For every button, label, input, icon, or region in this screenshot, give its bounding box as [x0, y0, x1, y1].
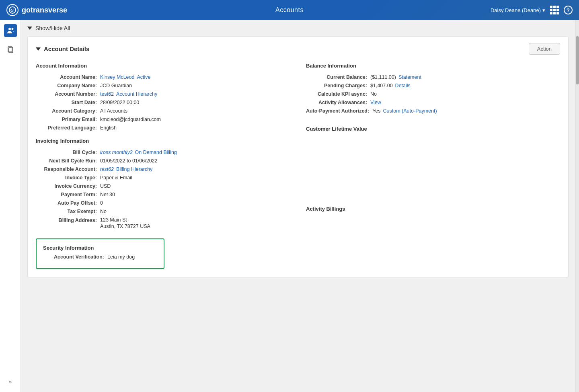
right-column: Balance Information Current Balance: ($1…	[306, 63, 560, 269]
billing-address-line2: Austin, TX 78727 USA	[100, 224, 150, 229]
field-account-number: Account Number: test62 Account Hierarchy	[36, 91, 290, 97]
field-pending-charges: Pending Charges: $1,407.00 Details	[306, 83, 560, 88]
invoice-currency-value: USD	[100, 183, 111, 189]
payment-term-value: Net 30	[100, 192, 115, 197]
statement-link[interactable]: Statement	[398, 74, 421, 80]
field-next-bill-cycle: Next Bill Cycle Run: 01/05/2022 to 01/06…	[36, 158, 290, 164]
toggle-arrow-icon	[27, 27, 32, 30]
field-payment-term: Payment Term: Net 30	[36, 192, 290, 197]
field-bill-cycle: Bill Cycle: iross monthly2 On Demand Bil…	[36, 150, 290, 155]
logo-text: gotransverse	[22, 6, 67, 14]
show-hide-toggle[interactable]: Show/Hide All	[27, 25, 569, 31]
action-button[interactable]: Action	[529, 43, 560, 55]
logo-icon: G	[6, 4, 18, 16]
security-information-box: Security Information Account Verificatio…	[36, 238, 164, 269]
current-balance-value: ($1,111.00)	[370, 74, 396, 80]
section-title: Account Details	[36, 45, 89, 52]
pending-charges-value: $1,407.00	[370, 83, 393, 88]
account-status-link[interactable]: Active	[137, 74, 150, 80]
dropdown-arrow: ▾	[542, 7, 545, 13]
account-name-link[interactable]: Kinsey McLeod	[100, 74, 134, 80]
user-label: Daisy Deane (Deane)	[491, 7, 541, 13]
main-content: Show/Hide All Account Details Action Acc…	[21, 20, 575, 392]
field-auto-pay-offset: Auto Pay Offset: 0	[36, 200, 290, 206]
field-tax-exempt: Tax Exempt: No	[36, 209, 290, 214]
field-preferred-language: Preferred Language: English	[36, 125, 290, 131]
calculate-kpi-value: No	[370, 91, 377, 97]
billing-hierarchy-link[interactable]: Billing Hierarchy	[116, 166, 152, 172]
sidebar-item-users[interactable]	[4, 24, 17, 37]
start-date-value: 28/09/2022 00:00	[100, 100, 139, 105]
company-name-value: JCD Guardian	[100, 83, 132, 88]
help-icon[interactable]: ?	[564, 6, 573, 14]
navbar-right: Daisy Deane (Deane) ▾ ?	[491, 6, 573, 14]
navbar: G gotransverse Accounts Daisy Deane (Dea…	[0, 0, 579, 20]
sidebar: »	[0, 20, 21, 392]
svg-text:G: G	[10, 8, 14, 12]
account-verification-value: Leia my dog	[107, 254, 135, 260]
tax-exempt-value: No	[100, 209, 107, 214]
customer-lifetime-value-title: Customer Lifetime Value	[306, 126, 560, 133]
scrollbar-thumb[interactable]	[576, 36, 579, 84]
field-company-name: Company Name: JCD Guardian	[36, 83, 290, 88]
sidebar-expand[interactable]: »	[4, 375, 17, 388]
account-hierarchy-link[interactable]: Account Hierarchy	[116, 91, 157, 97]
user-menu[interactable]: Daisy Deane (Deane) ▾	[491, 7, 545, 13]
info-columns: Account Information Account Name: Kinsey…	[36, 63, 560, 269]
sidebar-item-copy[interactable]	[4, 43, 17, 56]
page-title: Accounts	[275, 6, 304, 14]
field-current-balance: Current Balance: ($1,111.00) Statement	[306, 74, 560, 80]
field-account-verification: Account Verification: Leia my dog	[43, 254, 157, 260]
field-auto-payment: Auto-Payment Authorized: Yes Custom (Aut…	[306, 108, 560, 114]
account-category-value: All Accounts	[100, 108, 127, 114]
responsible-account-link[interactable]: test62	[100, 166, 114, 172]
svg-point-2	[8, 28, 11, 30]
on-demand-billing-link[interactable]: On Demand Billing	[135, 150, 177, 155]
account-information-title: Account Information	[36, 63, 290, 70]
invoice-type-value: Paper & Email	[100, 175, 132, 181]
left-column: Account Information Account Name: Kinsey…	[36, 63, 290, 269]
field-account-name: Account Name: Kinsey McLeod Active	[36, 74, 290, 80]
scrollbar[interactable]	[575, 20, 579, 392]
bill-cycle-link[interactable]: iross monthly2	[100, 150, 133, 155]
field-calculate-kpi: Calculate KPI async: No	[306, 91, 560, 97]
next-bill-cycle-value: 01/05/2022 to 01/06/2022	[100, 158, 158, 164]
section-title-label: Account Details	[44, 45, 89, 52]
invoicing-information-title: Invoicing Information	[36, 138, 290, 146]
section-header: Account Details Action	[36, 43, 560, 55]
field-responsible-account: Responsible Account: test62 Billing Hier…	[36, 166, 290, 172]
svg-point-3	[11, 28, 13, 30]
activity-allowances-link[interactable]: View	[370, 100, 381, 105]
field-billing-address: Billing Address: 123 Main St Austin, TX …	[36, 217, 290, 229]
show-hide-label: Show/Hide All	[35, 25, 70, 31]
field-invoice-currency: Invoice Currency: USD	[36, 183, 290, 189]
logo: G gotransverse	[6, 4, 491, 16]
expand-icon: »	[9, 379, 12, 385]
preferred-language-value: English	[100, 125, 117, 131]
billing-address-line1: 123 Main St	[100, 217, 127, 223]
activity-billings-title: Activity Billings	[306, 206, 560, 213]
main-layout: » Show/Hide All Account Details Action	[0, 20, 579, 392]
primary-email-value: kmcleod@jcdguardian.com	[100, 117, 161, 122]
auto-payment-value: Yes	[372, 108, 380, 114]
section-arrow-icon	[36, 47, 41, 51]
security-information-title: Security Information	[43, 245, 157, 251]
custom-auto-payment-link[interactable]: Custom (Auto-Payment)	[383, 108, 437, 114]
auto-pay-offset-value: 0	[100, 200, 103, 206]
apps-icon[interactable]	[550, 6, 559, 14]
field-invoice-type: Invoice Type: Paper & Email	[36, 175, 290, 181]
field-activity-allowances: Activity Allowances: View	[306, 100, 560, 105]
account-number-link[interactable]: test62	[100, 91, 114, 97]
field-start-date: Start Date: 28/09/2022 00:00	[36, 100, 290, 105]
field-account-category: Account Category: All Accounts	[36, 108, 290, 114]
balance-information-title: Balance Information	[306, 63, 560, 70]
account-details-card: Account Details Action Account Informati…	[27, 36, 569, 277]
field-primary-email: Primary Email: kmcleod@jcdguardian.com	[36, 117, 290, 122]
details-link[interactable]: Details	[395, 83, 411, 88]
